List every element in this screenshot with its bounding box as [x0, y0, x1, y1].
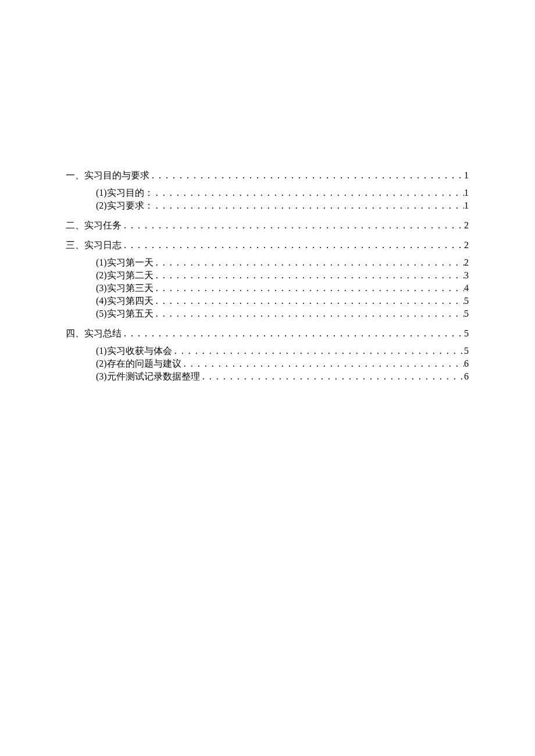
toc-page-number: 2 [464, 258, 469, 267]
toc-title: (2)实习第二天 [96, 271, 154, 280]
toc-leader [172, 346, 464, 356]
toc-entry-level1: 二、实习任务 2 [66, 221, 469, 230]
toc-title: (3)元件测试记录数据整理 [96, 372, 200, 381]
toc-entry-level2: (1)实习收获与体会 5 [66, 346, 469, 356]
toc-leader [181, 359, 464, 368]
toc-section-4: 四、实习总结 5 (1)实习收获与体会 5 (2)存在的问题与建议 6 (3)元… [66, 329, 469, 381]
toc-entry-level1: 四、实习总结 5 [66, 329, 469, 338]
toc-leader [154, 284, 464, 293]
toc-leader [154, 258, 464, 267]
toc-leader [154, 309, 464, 318]
toc-entry-level2: (3)实习第三天 4 [66, 284, 469, 293]
toc-leader [122, 329, 464, 338]
toc-page-number: 1 [464, 201, 469, 210]
toc-page-number: 1 [464, 171, 469, 180]
toc-leader [154, 271, 464, 280]
toc-entry-level2: (1)实习第一天 2 [66, 258, 469, 267]
toc-leader [154, 188, 464, 198]
toc-leader [122, 221, 464, 230]
toc-entry-level2: (2)实习要求： 1 [66, 201, 469, 210]
toc-page-number: 2 [464, 221, 469, 230]
toc-leader [122, 241, 464, 250]
toc-page-number: 6 [464, 372, 469, 381]
toc-section-1: 一、实习目的与要求 1 (1)实习目的： 1 (2)实习要求： 1 [66, 171, 469, 210]
toc-title: (1)实习目的： [96, 188, 154, 198]
toc-title: (3)实习第三天 [96, 284, 154, 293]
toc-page-number: 6 [464, 359, 469, 368]
toc-section-3: 三、实习日志 2 (1)实习第一天 2 (2)实习第二天 3 (3)实习第三天 … [66, 241, 469, 318]
toc-title: (5)实习第五天 [96, 309, 154, 318]
toc-title: 一、实习目的与要求 [66, 171, 149, 180]
toc-leader [200, 372, 464, 381]
toc-page-number: 4 [464, 284, 469, 293]
toc-title: (2)存在的问题与建议 [96, 359, 181, 368]
toc-leader [154, 296, 464, 306]
toc-title: 三、实习日志 [66, 241, 122, 250]
toc-page-number: 5 [464, 346, 469, 356]
toc-entry-level2: (3)元件测试记录数据整理 6 [66, 372, 469, 381]
toc-leader [154, 201, 464, 210]
toc-page-number: 3 [464, 271, 469, 280]
toc-page-number: 5 [464, 309, 469, 318]
toc-section-2: 二、实习任务 2 [66, 221, 469, 230]
toc-page-number: 2 [464, 241, 469, 250]
toc-title: 二、实习任务 [66, 221, 122, 230]
toc-page-number: 1 [464, 188, 469, 198]
toc-entry-level2: (5)实习第五天 5 [66, 309, 469, 318]
toc-title: (2)实习要求： [96, 201, 154, 210]
toc-entry-level2: (2)实习第二天 3 [66, 271, 469, 280]
toc-title: 四、实习总结 [66, 329, 122, 338]
toc-entry-level2: (2)存在的问题与建议 6 [66, 359, 469, 368]
toc-entry-level2: (4)实习第四天 5 [66, 296, 469, 306]
toc-entry-level2: (1)实习目的： 1 [66, 188, 469, 198]
toc-entry-level1: 一、实习目的与要求 1 [66, 171, 469, 180]
toc-page-number: 5 [464, 329, 469, 338]
toc-leader [149, 171, 464, 180]
toc-title: (1)实习收获与体会 [96, 346, 172, 356]
toc-entry-level1: 三、实习日志 2 [66, 241, 469, 250]
toc-title: (1)实习第一天 [96, 258, 154, 267]
toc-title: (4)实习第四天 [96, 296, 154, 306]
toc-page-number: 5 [464, 296, 469, 306]
table-of-contents: 一、实习目的与要求 1 (1)实习目的： 1 (2)实习要求： 1 二、实习任务… [66, 163, 469, 392]
